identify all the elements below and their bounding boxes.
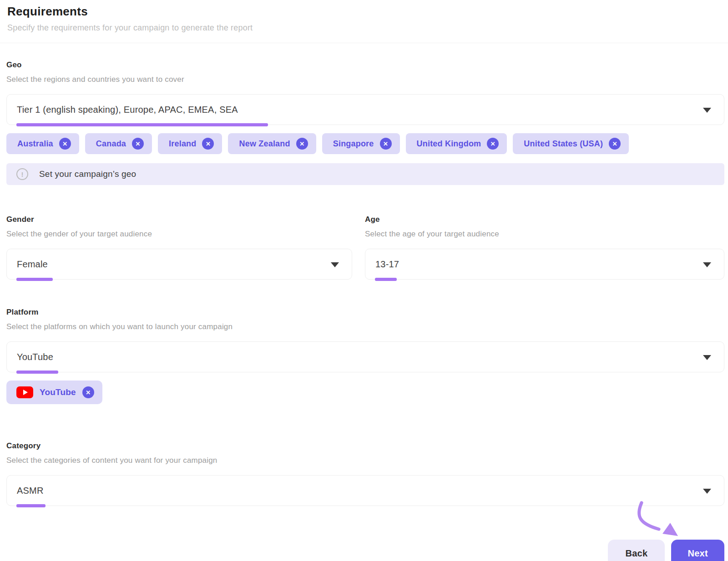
geo-label: Geo xyxy=(6,60,724,70)
remove-icon[interactable] xyxy=(296,138,308,150)
gender-underline-bar xyxy=(16,278,53,281)
geo-chips: Australia Canada Ireland New Zealand Sin… xyxy=(6,133,724,154)
geo-section: Geo Select the regions and countries you… xyxy=(6,60,724,185)
age-select[interactable]: 13-17 xyxy=(365,249,724,280)
category-select-value: ASMR xyxy=(17,486,44,496)
category-section: Category Select the categories of conten… xyxy=(6,441,724,506)
geo-notice-text: Set your campaign’s geo xyxy=(39,169,136,179)
category-select[interactable]: ASMR xyxy=(6,475,724,506)
geo-chip-ireland[interactable]: Ireland xyxy=(158,133,222,154)
remove-icon[interactable] xyxy=(609,138,621,150)
remove-icon[interactable] xyxy=(202,138,214,150)
geo-chip-new-zealand[interactable]: New Zealand xyxy=(228,133,316,154)
platform-select[interactable]: YouTube xyxy=(6,341,724,372)
geo-description: Select the regions and countries you wan… xyxy=(6,75,724,84)
age-underline-bar xyxy=(375,278,397,281)
chip-label: Australia xyxy=(17,139,53,149)
chip-label: Ireland xyxy=(169,139,196,149)
footer-actions: Back Next xyxy=(6,540,724,561)
chip-label: Singapore xyxy=(333,139,374,149)
geo-chip-canada[interactable]: Canada xyxy=(85,133,152,154)
category-label: Category xyxy=(6,441,724,451)
geo-chip-united-kingdom[interactable]: United Kingdom xyxy=(406,133,507,154)
chip-label: United Kingdom xyxy=(417,139,481,149)
chevron-down-icon xyxy=(703,262,711,267)
chip-label: YouTube xyxy=(40,387,76,397)
age-section: Age Select the age of your target audien… xyxy=(365,215,724,280)
page-subtitle: Specify the requirements for your campai… xyxy=(7,23,721,33)
requirements-form: Geo Select the regions and countries you… xyxy=(0,60,728,561)
category-description: Select the categories of content you wan… xyxy=(6,456,724,465)
gender-select[interactable]: Female xyxy=(6,249,352,280)
platform-underline-bar xyxy=(16,371,58,374)
age-select-value: 13-17 xyxy=(375,259,399,270)
remove-icon[interactable] xyxy=(59,138,71,150)
gender-description: Select the gender of your target audienc… xyxy=(6,230,352,239)
chevron-down-icon xyxy=(703,108,711,113)
geo-chip-australia[interactable]: Australia xyxy=(6,133,79,154)
platform-chip-youtube[interactable]: YouTube xyxy=(6,381,102,404)
next-button[interactable]: Next xyxy=(671,540,724,561)
remove-icon[interactable] xyxy=(82,386,94,398)
chevron-down-icon xyxy=(331,262,339,267)
remove-icon[interactable] xyxy=(487,138,499,150)
page-header: Requirements Specify the requirements fo… xyxy=(0,0,728,33)
chip-label: Canada xyxy=(96,139,126,149)
age-label: Age xyxy=(365,215,724,224)
platform-select-value: YouTube xyxy=(17,352,53,362)
geo-select[interactable]: Tier 1 (english speaking), Europe, APAC,… xyxy=(6,94,724,125)
back-button[interactable]: Back xyxy=(608,540,665,561)
chevron-down-icon xyxy=(703,489,711,494)
gender-label: Gender xyxy=(6,215,352,224)
geo-notice-banner: Set your campaign’s geo xyxy=(6,163,724,185)
category-underline-bar xyxy=(16,504,46,507)
geo-chip-united-states[interactable]: United States (USA) xyxy=(513,133,629,154)
platform-section: Platform Select the platforms on which y… xyxy=(6,308,724,404)
info-icon xyxy=(16,168,28,180)
page-title: Requirements xyxy=(7,5,721,19)
remove-icon[interactable] xyxy=(132,138,144,150)
gender-age-row: Gender Select the gender of your target … xyxy=(6,215,724,280)
gender-section: Gender Select the gender of your target … xyxy=(6,215,352,280)
chip-label: United States (USA) xyxy=(524,139,603,149)
header-divider xyxy=(0,43,728,43)
chevron-down-icon xyxy=(703,355,711,360)
youtube-icon xyxy=(16,386,33,398)
gender-select-value: Female xyxy=(17,259,48,270)
geo-underline-bar xyxy=(16,123,268,126)
geo-select-value: Tier 1 (english speaking), Europe, APAC,… xyxy=(17,105,238,115)
platform-description: Select the platforms on which you want t… xyxy=(6,322,724,331)
remove-icon[interactable] xyxy=(380,138,392,150)
chip-label: New Zealand xyxy=(239,139,290,149)
platform-label: Platform xyxy=(6,308,724,317)
age-description: Select the age of your target audience xyxy=(365,230,724,239)
geo-chip-singapore[interactable]: Singapore xyxy=(322,133,400,154)
